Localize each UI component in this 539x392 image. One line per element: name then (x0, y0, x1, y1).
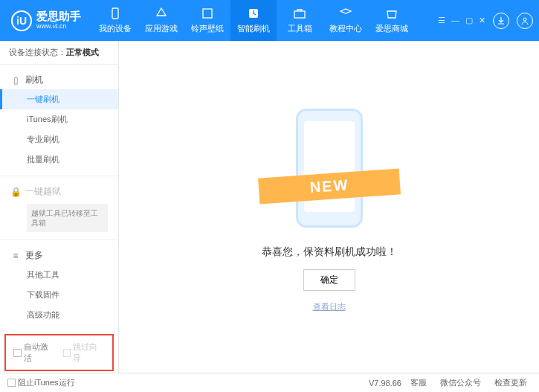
skip-wizard-checkbox[interactable]: 跳过向导 (63, 341, 106, 364)
mall-icon (384, 7, 399, 20)
header-right: ☰ — ▢ ✕ (438, 13, 539, 29)
nav-my-device[interactable]: 我的设备 (92, 0, 138, 41)
success-illustration: NEW (274, 101, 385, 235)
sidebar-item-tools[interactable]: 其他工具 (0, 265, 118, 285)
footer-wechat[interactable]: 微信公众号 (436, 377, 485, 388)
window-controls: ☰ — ▢ ✕ (438, 16, 485, 25)
sidebar-item-batch[interactable]: 批量刷机 (0, 150, 118, 170)
nav-ringtones[interactable]: 铃声壁纸 (184, 0, 230, 41)
nav-mall[interactable]: 爱思商城 (369, 0, 415, 41)
app-url: www.i4.cn (36, 23, 81, 30)
version-label: V7.98.66 (369, 379, 401, 388)
jailbreak-note: 越狱工具已转移至工具箱 (27, 204, 108, 232)
lock-icon: 🔒 (10, 187, 21, 197)
download-button[interactable] (493, 13, 509, 29)
maximize-icon[interactable]: ▢ (465, 16, 473, 25)
svg-point-4 (523, 18, 526, 21)
options-highlight-box: 自动激活 跳过向导 (4, 334, 114, 371)
nav-apps[interactable]: 应用游戏 (138, 0, 184, 41)
logo: iU 爱思助手 www.i4.cn (0, 10, 92, 31)
app-title: 爱思助手 (36, 10, 81, 23)
sidebar: 设备连接状态：正常模式 ▯刷机 一键刷机 iTunes刷机 专业刷机 批量刷机 … (0, 41, 119, 373)
view-log-link[interactable]: 查看日志 (313, 301, 346, 312)
more-icon: ≡ (10, 251, 21, 261)
sidebar-item-oneclick[interactable]: 一键刷机 (0, 89, 118, 109)
new-badge: NEW (258, 168, 401, 204)
flash-icon (246, 7, 261, 20)
sidebar-item-itunes[interactable]: iTunes刷机 (0, 109, 118, 129)
logo-icon: iU (11, 10, 32, 31)
app-header: iU 爱思助手 www.i4.cn 我的设备 应用游戏 铃声壁纸 智能刷机 工具… (0, 0, 539, 41)
nav-flash[interactable]: 智能刷机 (230, 0, 277, 41)
nav-tutorials[interactable]: 教程中心 (323, 0, 369, 41)
close-icon[interactable]: ✕ (479, 16, 485, 25)
auto-activate-checkbox[interactable]: 自动激活 (13, 341, 56, 364)
svg-rect-1 (203, 9, 212, 18)
user-button[interactable] (517, 13, 533, 29)
ringtone-icon (200, 7, 215, 20)
sidebar-section-jailbreak: 🔒一键越狱 (0, 182, 118, 201)
menu-icon[interactable]: ☰ (438, 16, 445, 25)
ok-button[interactable]: 确定 (303, 269, 355, 291)
phone-icon: ▯ (10, 75, 21, 86)
block-itunes-checkbox[interactable]: 阻止iTunes运行 (7, 377, 75, 388)
device-icon (108, 7, 123, 20)
nav-toolbox[interactable]: 工具箱 (277, 0, 323, 41)
toolbox-icon (292, 7, 307, 20)
success-message: 恭喜您，保资料刷机成功啦！ (262, 245, 397, 259)
sidebar-item-pro[interactable]: 专业刷机 (0, 129, 118, 150)
sidebar-item-advanced[interactable]: 高级功能 (0, 305, 118, 325)
sidebar-section-more[interactable]: ≡更多 (0, 246, 118, 265)
svg-rect-0 (112, 8, 118, 19)
status-bar: 阻止iTunes运行 V7.98.66 客服 微信公众号 检查更新 (0, 373, 539, 392)
minimize-icon[interactable]: — (451, 16, 459, 25)
footer-support[interactable]: 客服 (406, 377, 431, 388)
footer-update[interactable]: 检查更新 (490, 377, 532, 388)
sidebar-item-firmware[interactable]: 下载固件 (0, 285, 118, 305)
svg-rect-3 (294, 11, 305, 18)
top-nav: 我的设备 应用游戏 铃声壁纸 智能刷机 工具箱 教程中心 爱思商城 (92, 0, 415, 41)
main-panel: NEW 恭喜您，保资料刷机成功啦！ 确定 查看日志 (119, 41, 539, 373)
tutorial-icon (338, 7, 353, 20)
connection-status: 设备连接状态：正常模式 (0, 41, 118, 65)
sidebar-section-flash[interactable]: ▯刷机 (0, 71, 118, 89)
apps-icon (154, 7, 169, 20)
